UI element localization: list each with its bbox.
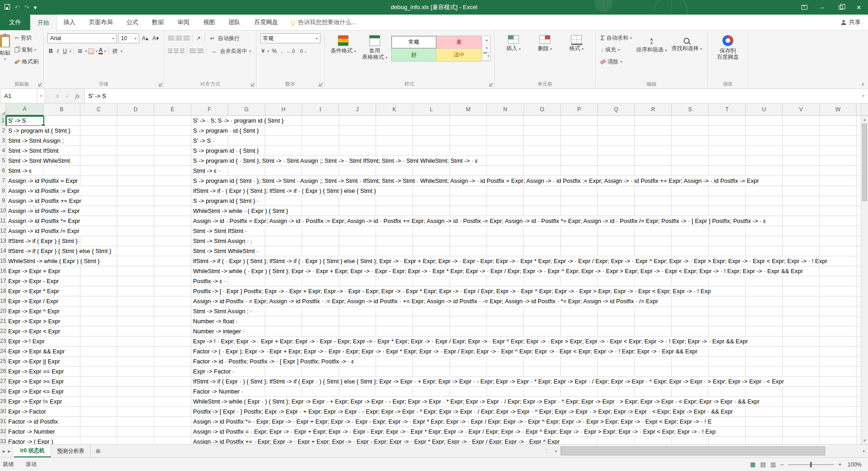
cell-A3[interactable]: Stmt -> Stmt Assign ; bbox=[6, 136, 191, 146]
row-header-18[interactable]: 18 bbox=[0, 286, 6, 296]
cell-A6[interactable]: Stmt -> ε bbox=[6, 166, 191, 176]
sheet-tab-0[interactable]: lr0 状态机 bbox=[14, 445, 51, 457]
redo-icon[interactable]: ↷ bbox=[24, 4, 29, 11]
scroll-down-icon[interactable]: ▼ bbox=[861, 437, 868, 444]
format-painter-button[interactable]: 格式刷 bbox=[13, 57, 40, 67]
row-header-4[interactable]: 4 bbox=[0, 146, 6, 156]
row-header-17[interactable]: 17 bbox=[0, 276, 6, 286]
ribbon-tab-formulas[interactable]: 公式 bbox=[120, 15, 145, 30]
cell-A10[interactable]: Assign -> id Postfix -= Expr bbox=[6, 206, 191, 216]
comma-style-icon[interactable]: , bbox=[279, 48, 283, 54]
restore-icon[interactable] bbox=[831, 0, 850, 15]
row-header-26[interactable]: 26 bbox=[0, 367, 6, 377]
align-center-icon[interactable] bbox=[174, 49, 178, 54]
column-header-E[interactable]: E bbox=[154, 104, 191, 116]
sheet-tab-1[interactable]: 预测分析表 bbox=[51, 445, 91, 457]
ribbon-tab-home[interactable]: 开始 bbox=[30, 15, 57, 31]
wrap-text-button[interactable]: ↵自动换行 bbox=[207, 33, 241, 43]
row-header-32[interactable]: 32 bbox=[0, 427, 6, 437]
name-box-splitter[interactable]: ⋮ bbox=[45, 89, 51, 103]
font-dialog-launcher-icon[interactable] bbox=[159, 83, 162, 87]
cell-A29[interactable]: Expr -> Expr != Expr bbox=[6, 397, 191, 407]
cell-style-swatch-2[interactable]: 好 bbox=[392, 49, 436, 61]
grid-rows[interactable]: 1S' -> SS' -> · S; S -> · program id { S… bbox=[0, 116, 861, 444]
ribbon-tab-view[interactable]: 视图 bbox=[196, 15, 222, 30]
column-header-U[interactable]: U bbox=[746, 104, 783, 116]
underline-dropdown-icon[interactable]: ▾ bbox=[69, 49, 71, 53]
scroll-up-icon[interactable]: ▲ bbox=[861, 116, 868, 123]
cell-A22[interactable]: Expr -> Expr < Expr bbox=[6, 326, 191, 336]
cell-F9[interactable]: S -> program id { Stmt } · bbox=[191, 196, 861, 206]
cell-F20[interactable]: Stmt -> Stmt Assign ; · bbox=[191, 306, 861, 316]
zoom-slider[interactable] bbox=[788, 464, 834, 465]
decrease-font-size-icon[interactable]: A▾ bbox=[151, 35, 160, 41]
format-cells-button[interactable]: 格式 ▾ bbox=[561, 33, 591, 52]
increase-indent-icon[interactable] bbox=[197, 49, 204, 54]
cell-F26[interactable]: Expr -> Factor · bbox=[191, 367, 861, 377]
decrease-indent-icon[interactable] bbox=[189, 49, 196, 54]
cell-A7[interactable]: Assign -> id Postfix = Expr bbox=[6, 176, 191, 186]
cell-F6[interactable]: Stmt -> ε · bbox=[191, 166, 861, 176]
cell-F7[interactable]: S -> program id { Stmt · }; Stmt -> Stmt… bbox=[191, 176, 861, 186]
close-icon[interactable]: ✕ bbox=[850, 0, 868, 15]
cell-F32[interactable]: Assign -> id Postfix = · Expr; Expr -> ·… bbox=[191, 427, 861, 437]
fill-color-icon[interactable] bbox=[88, 48, 94, 54]
row-header-3[interactable]: 3 bbox=[0, 136, 6, 146]
column-header-B[interactable]: B bbox=[43, 104, 80, 116]
row-header-33[interactable]: 33 bbox=[0, 437, 6, 444]
styles-dialog-launcher-icon[interactable] bbox=[489, 83, 493, 87]
delete-cells-button[interactable]: 删除 ▾ bbox=[530, 33, 560, 52]
column-header-D[interactable]: D bbox=[117, 104, 154, 116]
formula-input[interactable]: S' -> S bbox=[84, 89, 859, 103]
align-bottom-icon[interactable] bbox=[183, 36, 190, 41]
gallery-up-icon[interactable]: ▲ bbox=[483, 36, 490, 44]
fill-color-dropdown-icon[interactable]: ▾ bbox=[95, 49, 97, 53]
underline-button[interactable]: U bbox=[62, 48, 68, 54]
cell-A27[interactable]: Expr -> Expr >= Expr bbox=[6, 377, 191, 387]
row-header-31[interactable]: 31 bbox=[0, 417, 6, 427]
row-header-6[interactable]: 6 bbox=[0, 166, 6, 176]
expand-formula-bar-icon[interactable]: ▾ bbox=[859, 89, 868, 103]
cell-F22[interactable]: Number -> integer · bbox=[191, 326, 861, 336]
cell-F11[interactable]: Assign -> id · Postfix = Expr; Assign ->… bbox=[191, 216, 861, 226]
cell-F29[interactable]: WhileStmt -> while ( Expr · ) { Stmt }; … bbox=[191, 397, 861, 407]
merge-center-button[interactable]: ↔合并后居中▾ bbox=[209, 46, 252, 56]
column-header-N[interactable]: N bbox=[487, 104, 524, 116]
row-header-27[interactable]: 27 bbox=[0, 377, 6, 387]
tell-me-box[interactable]: 告诉我您想要做什么... bbox=[291, 15, 356, 30]
horizontal-scroll-thumb[interactable] bbox=[560, 446, 825, 455]
fill-button[interactable]: ↓填充▾ bbox=[599, 45, 621, 55]
ribbon-tab-team[interactable]: 团队 bbox=[222, 15, 247, 30]
column-header-A[interactable]: A bbox=[6, 104, 43, 116]
row-header-28[interactable]: 28 bbox=[0, 387, 6, 397]
row-header-2[interactable]: 2 bbox=[0, 126, 6, 136]
ribbon-tab-page-layout[interactable]: 页面布局 bbox=[82, 15, 120, 30]
clear-button[interactable]: 清除▾ bbox=[599, 57, 623, 67]
row-header-24[interactable]: 24 bbox=[0, 347, 6, 357]
cell-F27[interactable]: IfStmt -> if ( Expr · ) { Stmt }; IfStmt… bbox=[191, 377, 861, 387]
bold-button[interactable]: B bbox=[47, 48, 54, 54]
column-header-C[interactable]: C bbox=[80, 104, 117, 116]
phonetic-guide-icon[interactable]: 拼 bbox=[111, 47, 119, 55]
cancel-formula-icon[interactable]: ✕ bbox=[55, 93, 60, 99]
conditional-formatting-button[interactable]: 条件格式 ▾ bbox=[328, 33, 358, 55]
cell-F31[interactable]: Assign -> id Postfix *= · Expr; Expr -> … bbox=[191, 417, 861, 427]
column-header-W[interactable]: W bbox=[820, 104, 857, 116]
font-color-dropdown-icon[interactable]: ▾ bbox=[104, 49, 106, 53]
zoom-in-icon[interactable]: + bbox=[838, 461, 842, 468]
column-header-O[interactable]: O bbox=[524, 104, 561, 116]
sheet-nav-left-icon[interactable]: ◂ bbox=[2, 448, 5, 454]
column-header-P[interactable]: P bbox=[561, 104, 598, 116]
ribbon-tab-review[interactable]: 审阅 bbox=[171, 15, 196, 30]
increase-decimal-icon[interactable]: ←.0 bbox=[285, 49, 296, 54]
ribbon-tab-insert[interactable]: 插入 bbox=[57, 15, 82, 30]
decrease-decimal-icon[interactable]: .0→ bbox=[298, 49, 309, 54]
vertical-scroll-track[interactable] bbox=[861, 123, 868, 437]
cell-A2[interactable]: S -> program id { Stmt } bbox=[6, 126, 191, 136]
cell-A8[interactable]: Assign -> id Postfix := Expr bbox=[6, 186, 191, 196]
zoom-out-icon[interactable]: – bbox=[780, 461, 784, 468]
row-header-12[interactable]: 12 bbox=[0, 226, 6, 236]
row-header-20[interactable]: 20 bbox=[0, 306, 6, 316]
row-header-13[interactable]: 13 bbox=[0, 236, 6, 246]
align-middle-icon[interactable] bbox=[176, 36, 182, 41]
